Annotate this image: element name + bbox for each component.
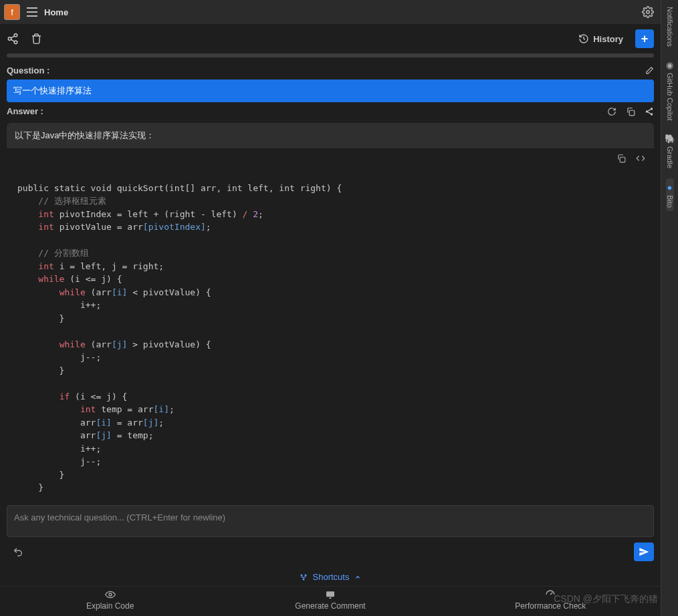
- undo-icon[interactable]: [7, 544, 29, 560]
- new-chat-button[interactable]: +: [635, 29, 654, 48]
- code-block: public static void quickSort(int[] arr, …: [7, 148, 654, 498]
- code-content: public static void quickSort(int[] arr, …: [7, 148, 654, 498]
- input-area: Ask any technical question... (CTRL+Ente…: [0, 498, 661, 568]
- question-header: Question :: [7, 61, 654, 80]
- edit-icon[interactable]: [645, 66, 654, 75]
- copy-icon[interactable]: [626, 107, 635, 116]
- avatar[interactable]: f: [4, 4, 20, 20]
- gear-icon[interactable]: [642, 6, 654, 18]
- bito-icon: ●: [667, 182, 673, 192]
- question-heading: Question :: [7, 65, 49, 75]
- svg-point-3: [14, 41, 17, 44]
- share-icon[interactable]: [7, 33, 19, 45]
- menu-icon[interactable]: [27, 7, 37, 17]
- svg-rect-13: [326, 591, 334, 597]
- svg-point-11: [302, 578, 304, 580]
- generate-comment-button[interactable]: Generate Comment: [220, 589, 440, 611]
- rail-bito[interactable]: ● Bito: [666, 178, 674, 212]
- svg-point-9: [300, 574, 302, 576]
- svg-point-1: [14, 34, 17, 37]
- answer-header: Answer :: [7, 102, 654, 120]
- toolbar: History +: [0, 24, 661, 53]
- svg-point-12: [109, 593, 112, 596]
- bottom-actions: Explain Code Generate Comment Performanc…: [0, 586, 661, 616]
- svg-point-7: [651, 113, 653, 116]
- comment-icon: [325, 589, 336, 600]
- refresh-icon[interactable]: [607, 107, 616, 116]
- svg-point-6: [646, 110, 649, 113]
- performance-check-button[interactable]: Performance Check: [441, 589, 661, 611]
- prompt-input[interactable]: Ask any technical question... (CTRL+Ente…: [7, 505, 654, 537]
- svg-point-2: [8, 37, 11, 41]
- answer-intro: 以下是Java中的快速排序算法实现：: [7, 130, 654, 148]
- answer-box: 以下是Java中的快速排序算法实现： public static void qu…: [7, 123, 654, 498]
- shortcuts-toggle[interactable]: Shortcuts: [0, 568, 661, 586]
- code-insert-icon[interactable]: [635, 154, 646, 163]
- chevron-up-icon: [354, 574, 361, 581]
- history-button[interactable]: History: [578, 33, 623, 44]
- right-rail: Notifications ◉ GitHub Copilot 🐘 Gradle …: [661, 0, 678, 616]
- rail-gradle[interactable]: 🐘 Gradle: [665, 130, 675, 172]
- svg-point-0: [647, 11, 650, 14]
- trash-icon[interactable]: [31, 33, 42, 45]
- progress-bar: [7, 53, 654, 57]
- explain-code-label: Explain Code: [86, 601, 134, 611]
- eye-icon: [105, 589, 116, 600]
- shortcuts-label: Shortcuts: [313, 572, 350, 582]
- gradle-icon: 🐘: [665, 134, 675, 144]
- generate-comment-label: Generate Comment: [295, 601, 365, 611]
- code-copy-icon[interactable]: [616, 154, 626, 163]
- answer-heading: Answer :: [7, 106, 43, 116]
- explain-code-button[interactable]: Explain Code: [0, 589, 220, 611]
- svg-rect-8: [620, 157, 625, 162]
- top-bar: f Home: [0, 0, 661, 24]
- svg-point-10: [304, 574, 306, 576]
- send-button[interactable]: [634, 543, 654, 561]
- question-text: 写一个快速排序算法: [7, 80, 654, 102]
- svg-point-5: [651, 108, 653, 110]
- gauge-icon: [545, 589, 556, 600]
- rail-copilot[interactable]: ◉ GitHub Copilot: [666, 56, 674, 125]
- share-answer-icon[interactable]: [645, 107, 654, 116]
- prompt-placeholder: Ask any technical question... (CTRL+Ente…: [14, 512, 225, 522]
- performance-check-label: Performance Check: [515, 601, 586, 611]
- history-label: History: [593, 34, 623, 44]
- rail-notifications[interactable]: Notifications: [666, 3, 674, 51]
- svg-rect-4: [629, 110, 635, 116]
- home-label: Home: [44, 7, 68, 17]
- shortcuts-icon: [300, 573, 308, 581]
- content-area: Question : 写一个快速排序算法 Answer :: [0, 61, 661, 498]
- copilot-icon: ◉: [666, 60, 673, 70]
